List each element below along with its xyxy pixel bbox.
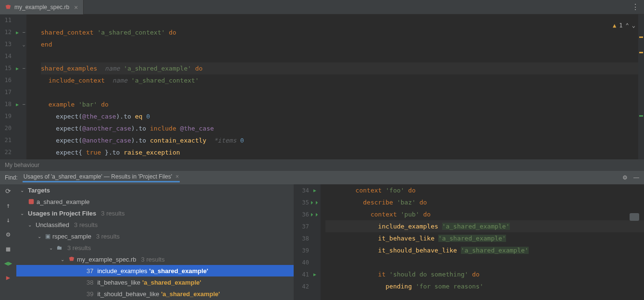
minimize-icon[interactable]: — <box>633 174 639 181</box>
svg-rect-0 <box>29 199 34 204</box>
find-label: Find: <box>5 174 18 181</box>
gear-icon[interactable]: ⚙ <box>622 174 628 181</box>
preview-gutter: 34▶35⏵⏵36⏵⏵3738394041▶42 <box>294 184 321 300</box>
warning-icon: ▲ <box>613 22 616 29</box>
find-sidebar: ⟳ ↑ ↓ ⚙ ▦ ◀▶ ▶ <box>0 184 16 300</box>
code-line[interactable]: context 'pub' do <box>325 208 644 220</box>
code-line[interactable] <box>325 256 644 268</box>
code-line[interactable]: context 'foo' do <box>325 184 644 196</box>
diff-right-icon[interactable]: ▶ <box>6 274 10 281</box>
grid-icon[interactable]: ▦ <box>6 245 10 252</box>
code-line[interactable]: include_context name 'a_shared_context' <box>41 74 644 86</box>
code-line[interactable]: end <box>41 38 644 50</box>
editor-tab-label: my_example_spec.rb <box>14 4 69 11</box>
code-line[interactable]: shared_examples name 'a_shared_example' … <box>41 62 644 74</box>
arrow-down-icon[interactable]: ↓ <box>6 216 10 224</box>
find-usages-panel: Find: Usages of 'a_shared_example' — Res… <box>0 171 644 300</box>
code-line[interactable] <box>41 14 644 26</box>
tree-row[interactable]: a_shared_example <box>16 196 294 207</box>
tree-row[interactable]: ⌄Unclassified3 results <box>16 219 294 230</box>
code-line[interactable]: expect{ true }.to raise_exception <box>41 146 644 158</box>
inspections-widget[interactable]: ▲ 1 ⌃ ⌄ <box>613 22 635 29</box>
refresh-icon[interactable]: ⟳ <box>5 187 11 195</box>
editor-code[interactable]: shared_context 'a_shared_context' doends… <box>26 14 644 159</box>
code-line[interactable]: example 'bar' do <box>41 98 644 110</box>
code-line[interactable]: include_examples 'a_shared_example' <box>325 220 644 232</box>
tree-row[interactable]: ⌄Usages in Project Files3 results <box>16 207 294 219</box>
code-line[interactable]: shared_context 'a_shared_context' do <box>41 26 644 38</box>
code-line[interactable] <box>41 50 644 62</box>
tree-row[interactable]: ⌄Targets <box>16 184 294 196</box>
error-stripe[interactable] <box>638 14 644 159</box>
tree-row[interactable]: 37include_examples 'a_shared_example' <box>16 265 294 276</box>
ruby-file-icon <box>5 4 12 11</box>
tree-row[interactable]: ⌄🖿3 results <box>16 242 294 253</box>
arrow-up-icon[interactable]: ↑ <box>6 202 10 209</box>
chevron-down-icon[interactable]: ⌄ <box>632 22 635 29</box>
find-body: ⟳ ↑ ↓ ⚙ ▦ ◀▶ ▶ ⌄Targets a_shared_example… <box>0 184 644 300</box>
tree-row[interactable]: ⌄ my_example_spec.rb3 results <box>16 253 294 265</box>
code-line[interactable]: pending 'for some reasons' <box>325 280 644 292</box>
chevron-up-icon[interactable]: ⌃ <box>626 22 629 29</box>
find-tab[interactable]: Usages of 'a_shared_example' — Results i… <box>23 173 180 182</box>
tree-row[interactable]: 39it_should_behave_like 'a_shared_exampl… <box>16 288 294 300</box>
code-line[interactable] <box>41 86 644 98</box>
editor-gutter: 1112▶−13⌄1415▶−161718▶−19202122 <box>0 14 26 159</box>
code-line[interactable]: it_behaves_like 'a_shared_example' <box>325 232 644 244</box>
reader-mode-icon[interactable] <box>630 213 639 221</box>
code-line[interactable]: describe 'baz' do <box>325 196 644 208</box>
find-tree[interactable]: ⌄Targets a_shared_example⌄Usages in Proj… <box>16 184 294 300</box>
find-tab-title: Usages of 'a_shared_example' — Results i… <box>24 173 172 180</box>
find-preview: 34▶35⏵⏵36⏵⏵3738394041▶42 context 'foo' d… <box>294 184 644 300</box>
editor-tab-bar: my_example_spec.rb × ⋮ <box>0 0 644 14</box>
close-icon[interactable]: × <box>175 173 179 180</box>
code-line[interactable]: expect(@another_case).to include @the_ca… <box>41 122 644 134</box>
code-line[interactable]: expect(@the_case).to eq 0 <box>41 110 644 122</box>
code-line[interactable]: it 'should do something' do <box>325 268 644 280</box>
find-header: Find: Usages of 'a_shared_example' — Res… <box>0 171 644 184</box>
diff-left-icon[interactable]: ◀▶ <box>4 259 12 267</box>
tab-menu-icon[interactable]: ⋮ <box>632 2 639 12</box>
code-line[interactable]: expect(@another_case).to contain_exactly… <box>41 134 644 146</box>
code-line[interactable]: it_should_behave_like 'a_shared_example' <box>325 244 644 256</box>
gear-icon[interactable]: ⚙ <box>6 230 10 238</box>
breadcrumb[interactable]: My behaviour <box>0 159 644 171</box>
editor: 1112▶−13⌄1415▶−161718▶−19202122 shared_c… <box>0 14 644 159</box>
tree-row[interactable]: 38it_behaves_like 'a_shared_example' <box>16 276 294 288</box>
tree-row[interactable]: ⌄▣ rspec_sample3 results <box>16 230 294 242</box>
preview-code[interactable]: context 'foo' do describe 'baz' do conte… <box>321 184 644 300</box>
close-icon[interactable]: × <box>74 3 78 11</box>
editor-tab[interactable]: my_example_spec.rb × <box>0 0 84 14</box>
warning-count: 1 <box>619 22 622 29</box>
